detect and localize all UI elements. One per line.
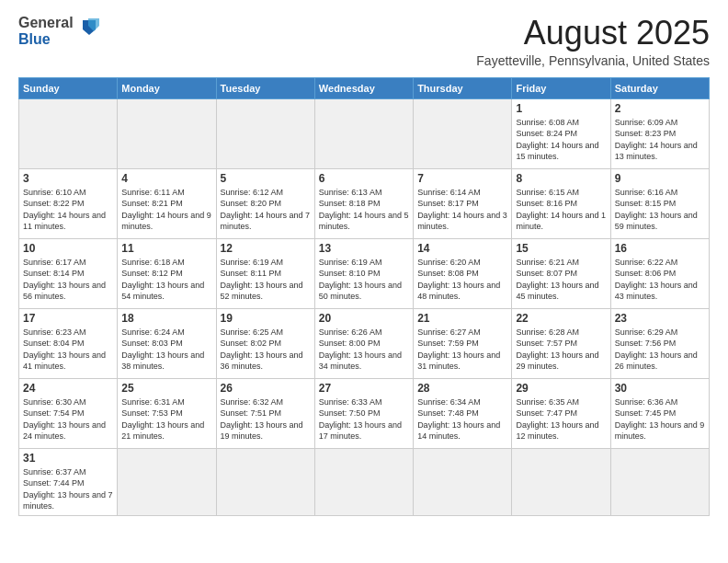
calendar-day-cell: 15Sunrise: 6:21 AMSunset: 8:07 PMDayligh… <box>512 238 610 308</box>
calendar-table: SundayMondayTuesdayWednesdayThursdayFrid… <box>18 77 710 516</box>
day-number: 7 <box>417 172 507 185</box>
day-info: Sunrise: 6:15 AMSunset: 8:16 PMDaylight:… <box>516 187 606 233</box>
calendar-week-row: 31Sunrise: 6:37 AMSunset: 7:44 PMDayligh… <box>19 448 710 515</box>
day-info: Sunrise: 6:26 AMSunset: 8:00 PMDaylight:… <box>319 327 409 373</box>
calendar-day-cell: 22Sunrise: 6:28 AMSunset: 7:57 PMDayligh… <box>512 308 610 378</box>
page: General Blue August 2025 Fayetteville, P… <box>0 0 728 563</box>
day-number: 31 <box>23 452 113 465</box>
location: Fayetteville, Pennsylvania, United State… <box>476 53 710 68</box>
day-info: Sunrise: 6:22 AMSunset: 8:06 PMDaylight:… <box>615 257 705 303</box>
calendar-day-cell: 14Sunrise: 6:20 AMSunset: 8:08 PMDayligh… <box>414 238 512 308</box>
day-number: 11 <box>121 242 211 255</box>
calendar-day-cell: 13Sunrise: 6:19 AMSunset: 8:10 PMDayligh… <box>314 238 413 308</box>
day-number: 16 <box>615 242 705 255</box>
calendar-day-cell: 4Sunrise: 6:11 AMSunset: 8:21 PMDaylight… <box>118 168 216 238</box>
calendar-day-cell: 10Sunrise: 6:17 AMSunset: 8:14 PMDayligh… <box>19 238 118 308</box>
calendar-day-cell: 7Sunrise: 6:14 AMSunset: 8:17 PMDaylight… <box>414 168 512 238</box>
calendar-col-header: Sunday <box>19 77 118 98</box>
day-info: Sunrise: 6:17 AMSunset: 8:14 PMDaylight:… <box>23 257 113 303</box>
calendar-day-cell: 2Sunrise: 6:09 AMSunset: 8:23 PMDaylight… <box>610 98 709 168</box>
calendar-day-cell <box>314 448 413 515</box>
calendar-col-header: Thursday <box>414 77 512 98</box>
day-number: 23 <box>615 312 705 325</box>
day-info: Sunrise: 6:25 AMSunset: 8:02 PMDaylight:… <box>221 327 311 373</box>
day-info: Sunrise: 6:31 AMSunset: 7:53 PMDaylight:… <box>121 396 211 442</box>
month-year: August 2025 <box>476 15 710 52</box>
title-block: August 2025 Fayetteville, Pennsylvania, … <box>476 15 710 68</box>
day-number: 15 <box>516 242 606 255</box>
day-number: 30 <box>615 382 705 395</box>
day-number: 9 <box>615 172 705 185</box>
day-number: 13 <box>319 242 409 255</box>
logo-text-block: General Blue <box>18 15 74 49</box>
day-info: Sunrise: 6:08 AMSunset: 8:24 PMDaylight:… <box>516 117 606 163</box>
calendar-day-cell <box>414 98 512 168</box>
day-number: 22 <box>516 312 606 325</box>
calendar-day-cell: 3Sunrise: 6:10 AMSunset: 8:22 PMDaylight… <box>19 168 118 238</box>
day-info: Sunrise: 6:19 AMSunset: 8:11 PMDaylight:… <box>221 257 311 303</box>
day-number: 25 <box>121 382 211 395</box>
calendar-day-cell: 8Sunrise: 6:15 AMSunset: 8:16 PMDaylight… <box>512 168 610 238</box>
day-number: 19 <box>221 312 311 325</box>
calendar-day-cell <box>118 98 216 168</box>
calendar-col-header: Tuesday <box>216 77 314 98</box>
calendar-day-cell: 11Sunrise: 6:18 AMSunset: 8:12 PMDayligh… <box>118 238 216 308</box>
calendar-day-cell: 12Sunrise: 6:19 AMSunset: 8:11 PMDayligh… <box>216 238 314 308</box>
logo-chevron-icon <box>79 17 99 40</box>
calendar-day-cell: 16Sunrise: 6:22 AMSunset: 8:06 PMDayligh… <box>610 238 709 308</box>
logo-blue-text: Blue <box>18 31 51 47</box>
calendar-day-cell: 21Sunrise: 6:27 AMSunset: 7:59 PMDayligh… <box>414 308 512 378</box>
calendar-day-cell <box>314 98 413 168</box>
calendar-day-cell: 29Sunrise: 6:35 AMSunset: 7:47 PMDayligh… <box>512 378 610 448</box>
calendar-col-header: Saturday <box>610 77 709 98</box>
logo-general-text: General <box>18 15 74 30</box>
day-number: 17 <box>23 312 113 325</box>
logo-container: General Blue <box>18 15 99 49</box>
day-number: 18 <box>121 312 211 325</box>
day-info: Sunrise: 6:11 AMSunset: 8:21 PMDaylight:… <box>121 187 211 233</box>
header: General Blue August 2025 Fayetteville, P… <box>18 15 710 68</box>
calendar-day-cell <box>216 448 314 515</box>
day-info: Sunrise: 6:30 AMSunset: 7:54 PMDaylight:… <box>23 396 113 442</box>
day-number: 8 <box>516 172 606 185</box>
day-number: 10 <box>23 242 113 255</box>
day-info: Sunrise: 6:19 AMSunset: 8:10 PMDaylight:… <box>319 257 409 303</box>
day-info: Sunrise: 6:14 AMSunset: 8:17 PMDaylight:… <box>417 187 507 233</box>
day-number: 26 <box>221 382 311 395</box>
day-number: 6 <box>319 172 409 185</box>
calendar-day-cell: 30Sunrise: 6:36 AMSunset: 7:45 PMDayligh… <box>610 378 709 448</box>
day-info: Sunrise: 6:18 AMSunset: 8:12 PMDaylight:… <box>121 257 211 303</box>
calendar-day-cell <box>216 98 314 168</box>
day-info: Sunrise: 6:27 AMSunset: 7:59 PMDaylight:… <box>417 327 507 373</box>
day-number: 27 <box>319 382 409 395</box>
calendar-day-cell: 19Sunrise: 6:25 AMSunset: 8:02 PMDayligh… <box>216 308 314 378</box>
day-info: Sunrise: 6:21 AMSunset: 8:07 PMDaylight:… <box>516 257 606 303</box>
day-number: 20 <box>319 312 409 325</box>
day-number: 12 <box>221 242 311 255</box>
day-info: Sunrise: 6:16 AMSunset: 8:15 PMDaylight:… <box>615 187 705 233</box>
calendar-day-cell: 5Sunrise: 6:12 AMSunset: 8:20 PMDaylight… <box>216 168 314 238</box>
day-number: 4 <box>121 172 211 185</box>
calendar-day-cell: 20Sunrise: 6:26 AMSunset: 8:00 PMDayligh… <box>314 308 413 378</box>
calendar-col-header: Monday <box>118 77 216 98</box>
calendar-col-header: Friday <box>512 77 610 98</box>
calendar-week-row: 24Sunrise: 6:30 AMSunset: 7:54 PMDayligh… <box>19 378 710 448</box>
day-info: Sunrise: 6:34 AMSunset: 7:48 PMDaylight:… <box>417 396 507 442</box>
day-number: 28 <box>417 382 507 395</box>
day-number: 1 <box>516 102 606 115</box>
day-info: Sunrise: 6:37 AMSunset: 7:44 PMDaylight:… <box>23 466 113 512</box>
day-number: 2 <box>615 102 705 115</box>
calendar-day-cell <box>414 448 512 515</box>
calendar-day-cell: 28Sunrise: 6:34 AMSunset: 7:48 PMDayligh… <box>414 378 512 448</box>
day-info: Sunrise: 6:13 AMSunset: 8:18 PMDaylight:… <box>319 187 409 233</box>
logo: General Blue <box>18 15 99 49</box>
calendar-day-cell: 17Sunrise: 6:23 AMSunset: 8:04 PMDayligh… <box>19 308 118 378</box>
day-info: Sunrise: 6:23 AMSunset: 8:04 PMDaylight:… <box>23 327 113 373</box>
calendar-day-cell: 27Sunrise: 6:33 AMSunset: 7:50 PMDayligh… <box>314 378 413 448</box>
calendar-day-cell: 26Sunrise: 6:32 AMSunset: 7:51 PMDayligh… <box>216 378 314 448</box>
day-info: Sunrise: 6:32 AMSunset: 7:51 PMDaylight:… <box>221 396 311 442</box>
calendar-day-cell <box>19 98 118 168</box>
calendar-day-cell <box>610 448 709 515</box>
day-info: Sunrise: 6:33 AMSunset: 7:50 PMDaylight:… <box>319 396 409 442</box>
calendar-week-row: 10Sunrise: 6:17 AMSunset: 8:14 PMDayligh… <box>19 238 710 308</box>
